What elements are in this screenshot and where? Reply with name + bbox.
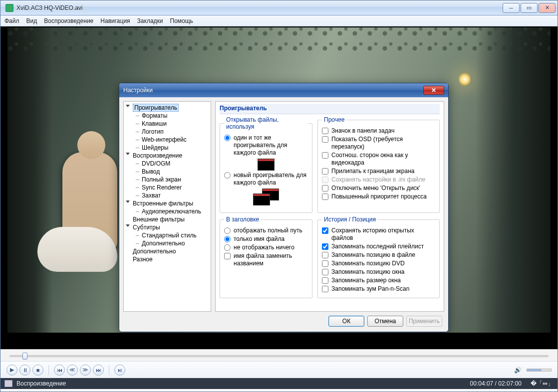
dialog-close-button[interactable]: ✕	[423, 86, 444, 95]
tree-item[interactable]: Субтитры	[125, 223, 210, 231]
seek-thumb[interactable]	[22, 353, 27, 360]
radio-same-player[interactable]: один и тот же проигрыватель для каждого …	[224, 134, 308, 157]
scene-tree-left	[7, 27, 52, 333]
dialog-body: ПроигрывательФорматыКлавишиЛоготипWeb-ин…	[123, 101, 444, 312]
expand-icon[interactable]: �「⇔」	[531, 380, 554, 388]
playback-controls: ▶ ⏸ ■ ⏮ ≪ ≫ ⏭ ⏯ 🔊	[0, 361, 558, 378]
tree-item[interactable]: Форматы	[125, 112, 210, 120]
titlebar[interactable]: XviD.AC3 HQ-ViDEO.avi ─ ▭ ✕	[0, 0, 558, 15]
settings-dialog: Настройки ✕ ПроигрывательФорматыКлавишиЛ…	[119, 83, 449, 332]
tree-item[interactable]: Полный экран	[125, 176, 210, 184]
window-title: XviD.AC3 HQ-ViDEO.avi	[16, 4, 502, 11]
tree-item[interactable]: Захват	[125, 192, 210, 199]
seek-track[interactable]	[9, 355, 549, 357]
step-button[interactable]: ⏯	[114, 365, 125, 376]
group-history-legend: История / Позиция	[322, 216, 378, 223]
prev-track-button[interactable]: ⏮	[54, 365, 65, 376]
play-button[interactable]: ▶	[6, 365, 17, 376]
tree-item[interactable]: Шейдеры	[125, 144, 210, 152]
tree-item[interactable]: Web-интерфейс	[125, 136, 210, 144]
menu-file[interactable]: Файл	[4, 17, 19, 24]
menu-bookmarks[interactable]: Закладки	[137, 17, 163, 24]
group-open-files: Открывать файлы, используя один и тот же…	[220, 116, 312, 213]
dialog-titlebar[interactable]: Настройки ✕	[119, 83, 448, 97]
tree-item[interactable]: Стандартный стиль	[125, 231, 210, 239]
volume-slider[interactable]	[527, 369, 552, 372]
check-replace-filename[interactable]: имя файла заменить названием	[224, 252, 308, 267]
scene-torch	[459, 72, 471, 86]
menu-help[interactable]: Помощь	[170, 17, 193, 24]
check-other[interactable]: Прилипать к границам экрана	[322, 168, 435, 175]
ok-button[interactable]: ОК	[328, 316, 364, 327]
settings-tree[interactable]: ПроигрывательФорматыКлавишиЛоготипWeb-ин…	[123, 101, 211, 312]
tree-item[interactable]: Внешние фильтры	[125, 215, 210, 223]
dialog-title: Настройки	[123, 87, 423, 94]
check-other[interactable]: Отключить меню 'Открыть диск'	[322, 185, 435, 192]
menu-view[interactable]: Вид	[26, 17, 37, 24]
status-text: Воспроизведение	[16, 380, 66, 387]
scene-leaves	[7, 27, 551, 57]
tree-item[interactable]: Аудиопереключатель	[125, 207, 210, 215]
check-history[interactable]: Запоминать позицию окна	[322, 268, 435, 276]
forward-button[interactable]: ≫	[80, 365, 91, 376]
radio-title-mode[interactable]: отображать полный путь	[224, 227, 308, 234]
menu-nav[interactable]: Навигация	[100, 17, 130, 24]
check-other[interactable]: Повышенный приоритет процесса	[322, 193, 435, 200]
seekbar[interactable]	[0, 349, 558, 361]
group-title-legend: В заголовке	[224, 216, 261, 223]
check-history[interactable]: Запоминать последний плейлист	[322, 243, 435, 250]
check-history[interactable]: Сохранять историю открытых файлов	[322, 227, 435, 242]
tree-item[interactable]: Вывод	[125, 168, 210, 176]
check-other[interactable]: Значок в панели задач	[322, 127, 435, 135]
pause-button[interactable]: ⏸	[19, 365, 30, 376]
close-button[interactable]: ✕	[539, 3, 556, 13]
section-heading: Проигрыватель	[220, 104, 440, 114]
check-other[interactable]: Соотнош. сторон окна как у видеокадра	[322, 152, 435, 167]
stop-button[interactable]: ■	[32, 365, 43, 376]
menu-playback[interactable]: Воспроизведение	[44, 17, 93, 24]
next-track-button[interactable]: ⏭	[93, 365, 104, 376]
multi-player-icon	[253, 189, 279, 206]
group-open-legend: Открывать файлы, используя	[224, 116, 308, 130]
window-buttons: ─ ▭ ✕	[502, 3, 556, 13]
check-history[interactable]: Запоминать позицию DVD	[322, 260, 435, 267]
check-replace-filename-input[interactable]	[224, 253, 231, 259]
tree-item[interactable]: Логотип	[125, 128, 210, 136]
tree-item[interactable]: Дополнительно	[125, 247, 210, 255]
radio-title-mode[interactable]: не отображать ничего	[224, 244, 308, 251]
tree-item[interactable]: Встроенные фильтры	[125, 199, 210, 207]
check-other: Сохранять настройки в .ini файле	[322, 176, 435, 184]
tree-item[interactable]: Проигрыватель	[125, 104, 210, 112]
tree-item[interactable]: Разное	[125, 255, 210, 263]
check-history[interactable]: Запоминать размер окна	[322, 277, 435, 284]
tree-item[interactable]: Клавиши	[125, 120, 210, 128]
maximize-button[interactable]: ▭	[521, 3, 538, 13]
group-other-legend: Прочее	[322, 116, 346, 123]
radio-new-player[interactable]: новый проигрыватель для каждого файла	[224, 172, 308, 187]
group-other: Прочее Значок в панели задачПоказать OSD…	[317, 116, 440, 213]
cancel-button[interactable]: Отмена	[367, 316, 403, 327]
check-history[interactable]: Запоминать зум Pan-n-Scan	[322, 285, 435, 293]
minimize-button[interactable]: ─	[503, 3, 520, 13]
volume-icon[interactable]: 🔊	[514, 367, 522, 374]
app-window: XviD.AC3 HQ-ViDEO.avi ─ ▭ ✕ Файл Вид Вос…	[0, 0, 558, 392]
radio-title-mode[interactable]: только имя файла	[224, 235, 308, 243]
tree-item[interactable]: DVD/OGM	[125, 160, 210, 168]
radio-same-player-input[interactable]	[224, 135, 231, 141]
tree-item[interactable]: Дополнительно	[125, 239, 210, 247]
check-history[interactable]: Запоминать позицию в файле	[322, 251, 435, 259]
group-title: В заголовке отображать полный путьтолько…	[220, 216, 312, 298]
group-history: История / Позиция Сохранять историю откр…	[317, 216, 440, 298]
separator	[109, 365, 109, 375]
radio-new-player-input[interactable]	[224, 172, 231, 179]
apply-button[interactable]: Применить	[406, 316, 442, 327]
tree-item[interactable]: Воспроизведение	[125, 152, 210, 160]
menubar: Файл Вид Воспроизведение Навигация Закла…	[0, 15, 558, 26]
status-time: 00:04:07 / 02:07:00	[470, 380, 522, 387]
check-other[interactable]: Показать OSD (требуется перезапуск)	[322, 136, 435, 151]
tree-item[interactable]: Sync Renderer	[125, 184, 210, 192]
statusbar: Воспроизведение 00:04:07 / 02:07:00 �「⇔」	[0, 378, 558, 389]
rewind-button[interactable]: ≪	[67, 365, 78, 376]
app-icon	[5, 4, 13, 12]
video-area[interactable]: Настройки ✕ ПроигрывательФорматыКлавишиЛ…	[0, 26, 558, 349]
